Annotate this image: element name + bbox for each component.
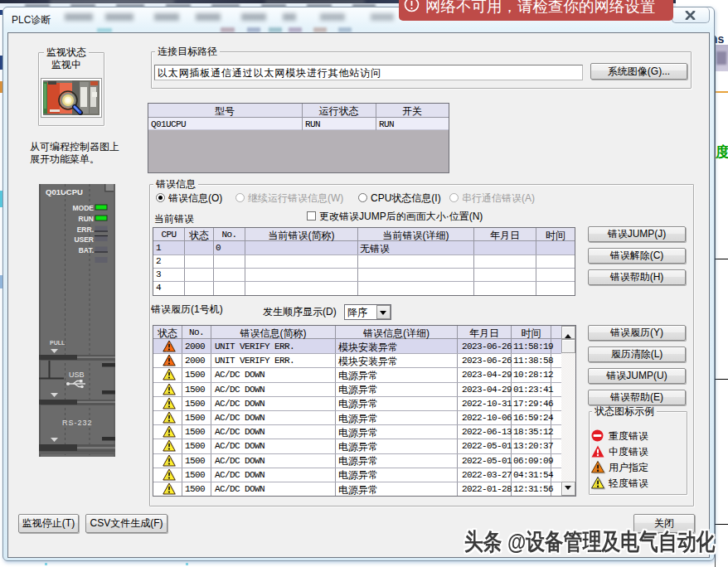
svg-text:RS-232: RS-232 (62, 419, 93, 427)
svg-text:BAT.: BAT. (79, 246, 94, 254)
svg-text:RUN: RUN (79, 215, 94, 223)
svg-text:USB: USB (69, 371, 85, 379)
svg-text:Q01UCPU: Q01UCPU (46, 187, 83, 196)
svg-text:PULL: PULL (50, 340, 66, 346)
svg-text:USER: USER (74, 235, 94, 244)
svg-text:MODE: MODE (73, 204, 95, 212)
svg-text:ERR.: ERR. (77, 225, 94, 234)
